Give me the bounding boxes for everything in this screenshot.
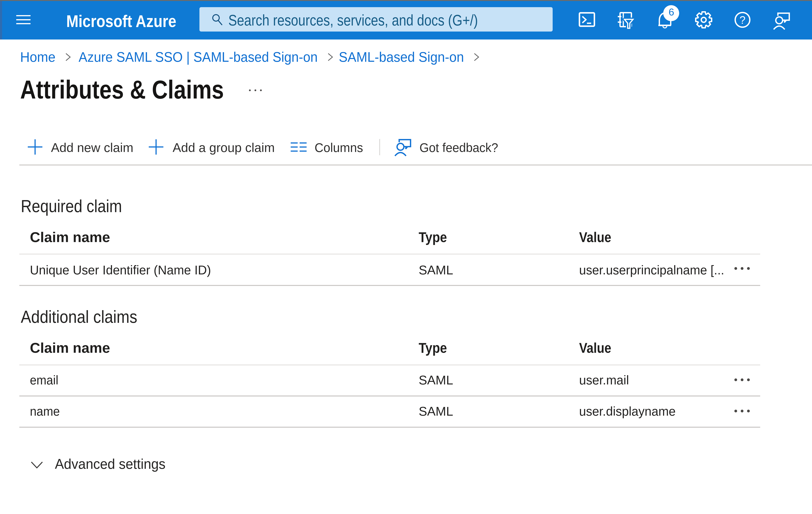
svg-text:?: ? xyxy=(740,14,746,26)
